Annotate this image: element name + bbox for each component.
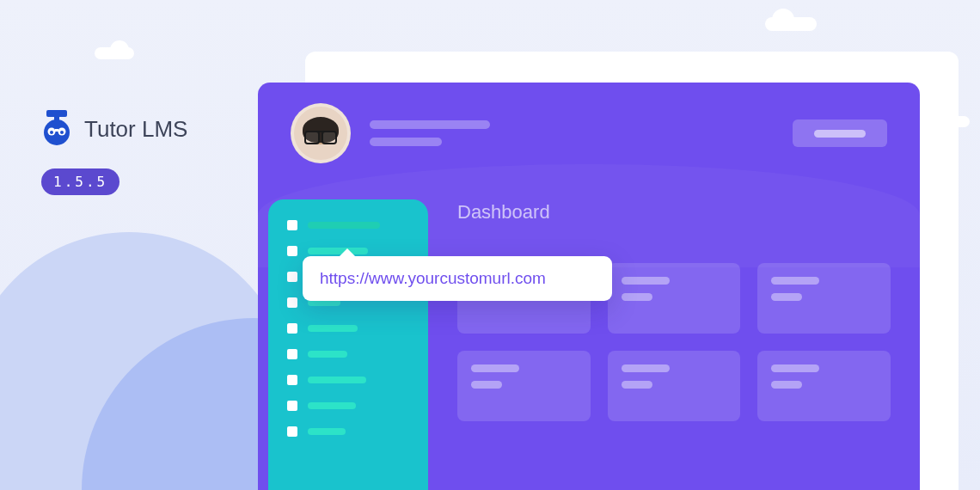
avatar-detail	[306, 131, 335, 139]
sidebar	[268, 199, 428, 490]
brand-name: Tutor LMS	[84, 116, 187, 143]
dashboard-body: Dashboard	[457, 201, 891, 421]
version-badge: 1.5.5	[41, 168, 119, 195]
cloud-icon	[95, 47, 134, 59]
sidebar-item[interactable]	[287, 375, 409, 385]
stat-card[interactable]	[457, 351, 591, 421]
header-action-button[interactable]	[793, 119, 887, 147]
header-placeholder-text	[370, 120, 490, 146]
cloud-icon	[765, 17, 817, 31]
svg-rect-7	[55, 129, 58, 132]
sidebar-item[interactable]	[287, 349, 409, 359]
brand-block: Tutor LMS	[41, 110, 187, 148]
tutor-lms-logo-icon	[41, 110, 72, 148]
avatar[interactable]	[291, 103, 351, 163]
svg-point-6	[60, 131, 64, 134]
stat-card[interactable]	[757, 263, 891, 334]
svg-point-2	[44, 119, 70, 145]
sidebar-item[interactable]	[287, 323, 409, 334]
dashboard-header	[291, 103, 887, 163]
svg-point-5	[50, 131, 53, 134]
sidebar-item[interactable]	[287, 220, 409, 230]
page-title: Dashboard	[457, 201, 891, 224]
custom-url-text: https://www.yourcustomurl.com	[320, 269, 546, 288]
sidebar-item[interactable]	[287, 426, 409, 437]
sidebar-item[interactable]	[287, 401, 409, 411]
stat-card[interactable]	[608, 351, 741, 421]
stat-card[interactable]	[608, 263, 741, 334]
stat-card[interactable]	[757, 351, 891, 421]
url-tooltip[interactable]: https://www.yourcustomurl.com	[303, 256, 612, 301]
